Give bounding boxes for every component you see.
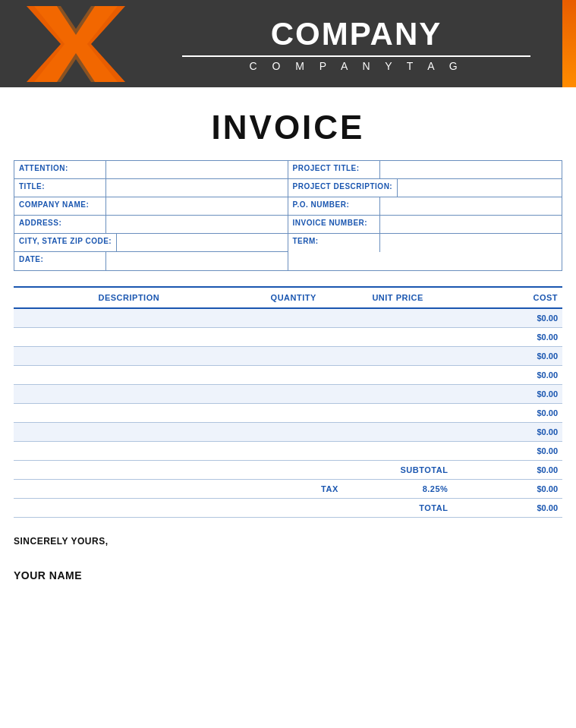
cell-cost[interactable]: $0.00 — [452, 308, 562, 328]
header-divider — [182, 55, 530, 57]
col-cost: COST — [452, 287, 562, 308]
info-row-left-4: CITY, STATE ZIP CODE: — [14, 234, 288, 252]
info-value[interactable] — [105, 161, 288, 178]
cell-description[interactable] — [14, 385, 244, 404]
cell-quantity[interactable] — [244, 347, 343, 366]
subtotal-value: $0.00 — [452, 461, 562, 480]
total-row: TOTAL $0.00 — [14, 499, 562, 518]
cell-description[interactable] — [14, 308, 244, 328]
cell-quantity[interactable] — [244, 423, 343, 442]
cell-unit-price[interactable] — [343, 423, 453, 442]
your-name: YOUR NAME — [14, 569, 562, 581]
cell-cost[interactable]: $0.00 — [452, 366, 562, 385]
items-section: DESCRIPTION QUANTITY UNIT PRICE COST $0.… — [0, 286, 576, 518]
cell-unit-price[interactable] — [343, 308, 453, 328]
cell-quantity[interactable] — [244, 328, 343, 347]
cell-description[interactable] — [14, 442, 244, 461]
page-header: COMPANY C O M P A N Y T A G — [0, 0, 576, 87]
subtotal-label: SUBTOTAL — [343, 461, 453, 480]
items-tbody: $0.00 $0.00 $0.00 $0.00 $0.00 $0.00 — [14, 308, 562, 518]
subtotal-row: SUBTOTAL $0.00 — [14, 461, 562, 480]
info-row-right-1: PROJECT DESCRIPTION: — [288, 179, 562, 197]
cell-cost[interactable]: $0.00 — [452, 442, 562, 461]
cell-cost[interactable]: $0.00 — [452, 423, 562, 442]
cell-description[interactable] — [14, 328, 244, 347]
info-row-right-4: TERM: — [288, 234, 562, 252]
tax-empty — [14, 480, 244, 499]
cell-unit-price[interactable] — [343, 328, 453, 347]
info-value[interactable] — [397, 179, 562, 197]
info-label: PROJECT DESCRIPTION: — [288, 179, 398, 197]
info-label: PROJECT TITLE: — [288, 161, 379, 178]
cell-quantity[interactable] — [244, 308, 343, 328]
cell-description[interactable] — [14, 404, 244, 423]
info-row-right-0: PROJECT TITLE: — [288, 161, 562, 179]
items-table: DESCRIPTION QUANTITY UNIT PRICE COST $0.… — [14, 286, 562, 518]
table-row: $0.00 — [14, 385, 562, 404]
cell-cost[interactable]: $0.00 — [452, 385, 562, 404]
info-value[interactable] — [379, 216, 562, 233]
info-label: P.O. NUMBER: — [288, 197, 379, 215]
info-value[interactable] — [379, 234, 562, 252]
cell-cost[interactable]: $0.00 — [452, 347, 562, 366]
logo-icon — [27, 6, 125, 82]
info-row-left-5: DATE: — [14, 252, 288, 270]
info-value[interactable] — [379, 161, 562, 178]
cell-quantity[interactable] — [244, 404, 343, 423]
cell-quantity[interactable] — [244, 385, 343, 404]
cell-unit-price[interactable] — [343, 347, 453, 366]
tax-row: TAX 8.25% $0.00 — [14, 480, 562, 499]
info-label: COMPANY NAME: — [14, 197, 105, 215]
cell-unit-price[interactable] — [343, 366, 453, 385]
info-right: PROJECT TITLE: PROJECT DESCRIPTION: P.O.… — [288, 161, 562, 270]
table-row: $0.00 — [14, 347, 562, 366]
info-row-right-3: INVOICE NUMBER: — [288, 216, 562, 234]
info-value[interactable] — [116, 234, 287, 251]
info-value[interactable] — [105, 252, 288, 270]
cell-unit-price[interactable] — [343, 385, 453, 404]
invoice-title: INVOICE — [0, 109, 576, 147]
table-header-row: DESCRIPTION QUANTITY UNIT PRICE COST — [14, 287, 562, 308]
cell-quantity[interactable] — [244, 442, 343, 461]
info-value[interactable] — [105, 179, 288, 197]
info-left: ATTENTION: TITLE: COMPANY NAME: ADDRESS:… — [14, 161, 288, 270]
table-row: $0.00 — [14, 442, 562, 461]
info-grid: ATTENTION: TITLE: COMPANY NAME: ADDRESS:… — [14, 160, 562, 271]
header-accent — [562, 0, 576, 87]
table-row: $0.00 — [14, 328, 562, 347]
cell-unit-price[interactable] — [343, 442, 453, 461]
table-row: $0.00 — [14, 308, 562, 328]
total-label: TOTAL — [343, 499, 453, 518]
company-tag: C O M P A N Y T A G — [152, 60, 561, 72]
tax-rate: 8.25% — [343, 480, 453, 499]
info-label: TERM: — [288, 234, 379, 252]
table-row: $0.00 — [14, 423, 562, 442]
company-name: COMPANY — [152, 16, 561, 52]
cell-cost[interactable]: $0.00 — [452, 404, 562, 423]
info-value[interactable] — [105, 197, 288, 215]
info-section: ATTENTION: TITLE: COMPANY NAME: ADDRESS:… — [0, 160, 576, 271]
cell-quantity[interactable] — [244, 366, 343, 385]
table-row: $0.00 — [14, 404, 562, 423]
sincerely-text: SINCERELY YOURS, — [14, 536, 562, 547]
company-info: COMPANY C O M P A N Y T A G — [152, 16, 576, 72]
tax-label: TAX — [244, 480, 343, 499]
col-unit-price: UNIT PRICE — [343, 287, 453, 308]
cell-unit-price[interactable] — [343, 404, 453, 423]
subtotal-empty — [14, 461, 343, 480]
info-value[interactable] — [105, 216, 288, 233]
info-row-left-1: TITLE: — [14, 179, 288, 197]
cell-description[interactable] — [14, 347, 244, 366]
info-label: DATE: — [14, 252, 105, 270]
info-value[interactable] — [379, 197, 562, 215]
footer-section: SINCERELY YOURS, YOUR NAME — [0, 518, 576, 581]
cell-cost[interactable]: $0.00 — [452, 328, 562, 347]
info-label: ATTENTION: — [14, 161, 105, 178]
cell-description[interactable] — [14, 423, 244, 442]
info-label: ADDRESS: — [14, 216, 105, 233]
info-label: CITY, STATE ZIP CODE: — [14, 234, 116, 251]
total-value: $0.00 — [452, 499, 562, 518]
info-row-left-2: COMPANY NAME: — [14, 197, 288, 216]
cell-description[interactable] — [14, 366, 244, 385]
invoice-title-section: INVOICE — [0, 87, 576, 160]
